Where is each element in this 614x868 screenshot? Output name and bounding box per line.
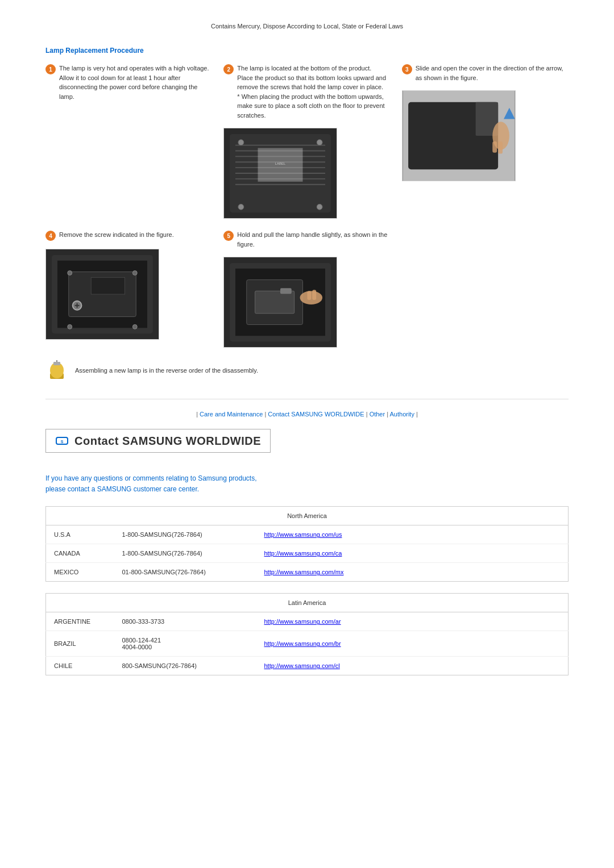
country-chile: CHILE — [46, 657, 114, 675]
page-container: Contains Mercury, Dispose According to L… — [0, 0, 614, 704]
step-4-text: Remove the screw indicated in the figure… — [59, 230, 174, 240]
step-2-image-svg: LABEL — [224, 128, 337, 218]
table-row: U.S.A 1-800-SAMSUNG(726-7864) http://www… — [46, 525, 569, 544]
contact-brand-box: S Contact SAMSUNG WORLDWIDE — [45, 429, 271, 453]
country-argentine: ARGENTINE — [46, 612, 114, 631]
country-brazil: BRAZIL — [46, 631, 114, 657]
step-4-image — [45, 249, 159, 340]
latin-america-table: Latin America ARGENTINE 0800-333-3733 ht… — [45, 593, 569, 675]
svg-point-10 — [238, 140, 244, 145]
step-4-header: 4 Remove the screw indicated in the figu… — [45, 230, 212, 241]
svg-rect-39 — [255, 291, 294, 314]
mercury-notice: Contains Mercury, Dispose According to L… — [45, 17, 569, 30]
website-usa[interactable]: http://www.samsung.com/us — [264, 531, 342, 538]
svg-point-12 — [238, 204, 244, 210]
phone-brazil: 0800-124-421 4004-0000 — [114, 631, 256, 657]
step-4-image-svg — [46, 249, 159, 339]
step-4-number: 4 — [45, 231, 56, 241]
mercury-notice-text: Contains Mercury, Dispose According to L… — [211, 23, 403, 30]
step-1-header: 1 The lamp is very hot and operates with… — [45, 64, 212, 101]
north-america-header: North America — [46, 507, 569, 525]
step-1-number: 1 — [45, 64, 56, 74]
svg-point-34 — [132, 324, 137, 329]
website-chile[interactable]: http://www.samsung.com/cl — [264, 662, 340, 669]
steps-row-2: 4 Remove the screw indicated in the figu… — [45, 230, 569, 348]
svg-rect-43 — [313, 290, 317, 300]
step-3-text: Slide and open the cover in the directio… — [416, 64, 569, 82]
step-1: 1 The lamp is very hot and operates with… — [45, 64, 212, 219]
country-canada: CANADA — [46, 544, 114, 563]
nav-links: | Care and Maintenance | Contact SAMSUNG… — [45, 411, 569, 418]
svg-point-32 — [132, 271, 137, 276]
latin-america-header: Latin America — [46, 594, 569, 612]
svg-rect-30 — [91, 277, 125, 294]
step-2-text: The lamp is located at the bottom of the… — [237, 64, 390, 120]
phone-argentine: 0800-333-3733 — [114, 612, 256, 631]
svg-rect-22 — [498, 141, 503, 154]
svg-point-11 — [317, 140, 323, 145]
step-3: 3 Slide and open the cover in the direct… — [402, 64, 569, 219]
assembly-icon-svg — [45, 359, 68, 382]
step-3-image — [402, 90, 516, 181]
contact-brand-title: Contact SAMSUNG WORLDWIDE — [74, 435, 261, 448]
step-3-image-svg — [403, 91, 515, 181]
contact-subtitle: If you have any questions or comments re… — [45, 473, 569, 495]
lamp-section: Lamp Replacement Procedure 1 The lamp is… — [45, 47, 569, 382]
step-2-header: 2 The lamp is located at the bottom of t… — [223, 64, 390, 120]
svg-point-13 — [317, 204, 323, 210]
assembly-icon — [45, 359, 68, 382]
step-1-text: The lamp is very hot and operates with a… — [59, 64, 212, 101]
website-mexico[interactable]: http://www.samsung.com/mx — [264, 569, 344, 575]
svg-point-33 — [68, 324, 72, 329]
step-3-number: 3 — [402, 64, 412, 74]
phone-usa: 1-800-SAMSUNG(726-7864) — [114, 525, 256, 544]
website-argentine[interactable]: http://www.samsung.com/ar — [264, 618, 341, 625]
nav-authority[interactable]: Authority — [390, 411, 414, 418]
svg-rect-42 — [308, 291, 312, 300]
phone-canada: 1-800-SAMSUNG(726-7864) — [114, 544, 256, 563]
step-5-number: 5 — [223, 231, 234, 241]
step-3-header: 3 Slide and open the cover in the direct… — [402, 64, 569, 82]
contact-section: S Contact SAMSUNG WORLDWIDE If you have … — [45, 429, 569, 675]
nav-care-maintenance[interactable]: Care and Maintenance — [200, 411, 263, 418]
svg-point-31 — [68, 271, 72, 276]
svg-text:LABEL: LABEL — [275, 162, 286, 165]
nav-contact-samsung[interactable]: Contact SAMSUNG WORLDWIDE — [268, 411, 364, 418]
step-5-text: Hold and pull the lamp handle slightly, … — [237, 230, 390, 249]
assembly-text: Assembling a new lamp is in the reverse … — [75, 367, 258, 374]
svg-rect-21 — [492, 141, 497, 153]
svg-rect-46 — [53, 362, 60, 365]
samsung-logo-icon: S — [55, 434, 69, 448]
country-usa: U.S.A — [46, 525, 114, 544]
nav-sep-5: | — [416, 411, 418, 418]
step-5-image-svg — [224, 257, 337, 347]
step-2-number: 2 — [223, 64, 234, 74]
step-4: 4 Remove the screw indicated in the figu… — [45, 230, 212, 348]
nav-other[interactable]: Other — [370, 411, 385, 418]
website-canada[interactable]: http://www.samsung.com/ca — [264, 550, 342, 557]
svg-rect-40 — [280, 288, 292, 294]
website-brazil[interactable]: http://www.samsung.com/br — [264, 640, 341, 647]
phone-chile: 800-SAMSUNG(726-7864) — [114, 657, 256, 675]
contact-subtitle-line1: If you have any questions or comments re… — [45, 474, 257, 482]
table-row: MEXICO 01-800-SAMSUNG(726-7864) http://w… — [46, 563, 569, 582]
steps-row-1: 1 The lamp is very hot and operates with… — [45, 64, 569, 219]
svg-text:S: S — [61, 440, 64, 444]
step-5: 5 Hold and pull the lamp handle slightly… — [223, 230, 390, 348]
step-empty — [402, 230, 569, 348]
lamp-section-title: Lamp Replacement Procedure — [45, 47, 569, 55]
table-row: CANADA 1-800-SAMSUNG(726-7864) http://ww… — [46, 544, 569, 563]
table-row: CHILE 800-SAMSUNG(726-7864) http://www.s… — [46, 657, 569, 675]
table-row: BRAZIL 0800-124-421 4004-0000 http://www… — [46, 631, 569, 657]
step-5-image — [223, 257, 337, 348]
assembly-note: Assembling a new lamp is in the reverse … — [45, 359, 569, 382]
step-2: 2 The lamp is located at the bottom of t… — [223, 64, 390, 219]
table-row: ARGENTINE 0800-333-3733 http://www.samsu… — [46, 612, 569, 631]
divider — [45, 399, 569, 399]
phone-mexico: 01-800-SAMSUNG(726-7864) — [114, 563, 256, 582]
contact-subtitle-line2: please contact a SAMSUNG customer care c… — [45, 485, 199, 493]
country-mexico: MEXICO — [46, 563, 114, 582]
north-america-table: North America U.S.A 1-800-SAMSUNG(726-78… — [45, 506, 569, 582]
step-2-image: LABEL — [223, 128, 337, 219]
step-5-header: 5 Hold and pull the lamp handle slightly… — [223, 230, 390, 249]
